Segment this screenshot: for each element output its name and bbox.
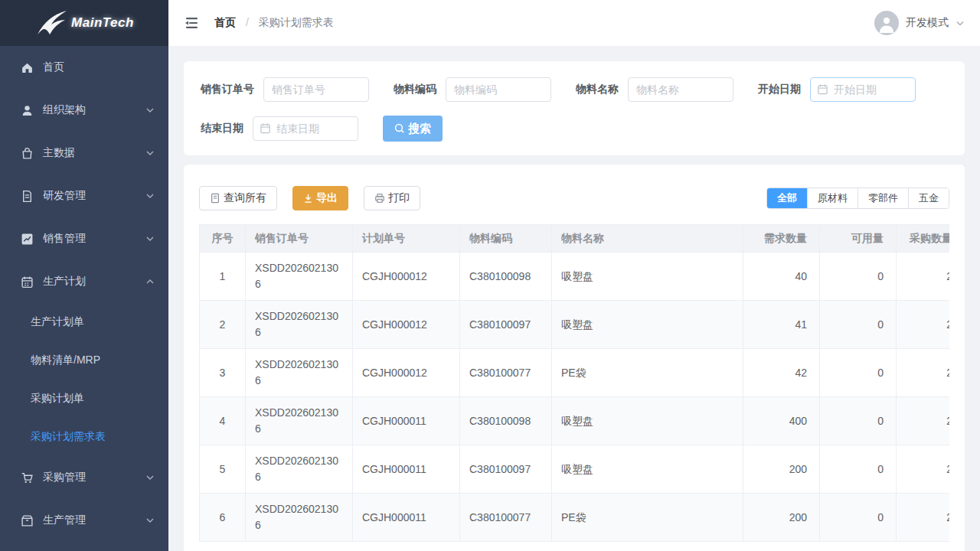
cell-material-name: 吸塑盘	[552, 445, 743, 494]
sidebar-subitem-purchase-plan-order[interactable]: 采购计划单	[0, 380, 168, 418]
table-row[interactable]: 3 XSDD2026021306 CGJH000012 C380100077 P…	[200, 349, 950, 397]
filter-end-date: 结束日期	[201, 116, 358, 142]
filter-label: 开始日期	[758, 83, 801, 96]
export-button[interactable]: 导出	[292, 186, 348, 210]
brand-name: MainTech	[71, 15, 134, 31]
query-all-button[interactable]: 查询所有	[199, 186, 277, 210]
cell-sales-order: XSDD2026021306	[246, 397, 353, 445]
print-button[interactable]: 打印	[364, 186, 420, 210]
cell-purchase-qty: 2	[897, 253, 950, 301]
col-purchase-qty: 采购数量	[897, 225, 950, 253]
cell-available-qty: 0	[820, 349, 897, 397]
sidebar-item-label: 生产计划	[43, 275, 145, 289]
cell-seq: 1	[200, 253, 246, 301]
filter-panel: 销售订单号 物料编码 物料名称 开始日期	[184, 61, 965, 155]
submenu-item-label: 生产计划单	[31, 315, 84, 329]
calendar-icon	[21, 276, 34, 289]
cell-seq: 4	[200, 397, 246, 445]
submenu-item-label: 采购计划单	[31, 392, 84, 406]
tab-parts[interactable]: 零部件	[858, 188, 908, 208]
sidebar-item-purchasing[interactable]: 采购管理	[0, 456, 168, 499]
cell-sales-order: XSDD2026021306	[246, 253, 353, 301]
table-header-row: 序号 销售订单号 计划单号 物料编码 物料名称 需求数量 可用量 采购数量	[200, 225, 950, 253]
cell-material-code: C380100098	[460, 253, 552, 301]
table-row[interactable]: 6 XSDD2026021306 CGJH000011 C380100077 P…	[200, 494, 950, 542]
tab-all[interactable]: 全部	[767, 188, 807, 208]
sidebar-item-manufacturing[interactable]: 生产管理	[0, 499, 168, 542]
sidebar-item-org[interactable]: 组织架构	[0, 89, 168, 132]
sidebar-subitem-production-plan-order[interactable]: 生产计划单	[0, 303, 168, 341]
tab-hardware[interactable]: 五金	[908, 188, 949, 208]
tab-raw-material[interactable]: 原材料	[807, 188, 858, 208]
start-date-input[interactable]	[810, 77, 916, 102]
cell-material-name: PE袋	[552, 349, 743, 397]
cart-icon	[21, 471, 34, 484]
export-label: 导出	[316, 191, 338, 205]
table-toolbar: 查询所有 导出 打印 全部 原材料 零部件 五金	[199, 186, 949, 210]
cell-plan-no: CGJH000012	[353, 253, 460, 301]
search-button[interactable]: 搜索	[383, 116, 443, 142]
query-all-label: 查询所有	[224, 191, 266, 205]
cell-sales-order: XSDD2026021306	[246, 445, 353, 494]
chevron-down-icon	[145, 148, 155, 158]
filter-label: 物料名称	[576, 83, 619, 96]
sidebar-item-production-plan[interactable]: 生产计划	[0, 260, 168, 303]
cell-purchase-qty: 2	[897, 301, 950, 349]
sidebar-subitem-bom-mrp[interactable]: 物料清单/MRP	[0, 341, 168, 380]
cell-available-qty: 0	[820, 301, 897, 349]
cell-plan-no: CGJH000011	[353, 397, 460, 445]
filter-material-name: 物料名称	[576, 77, 733, 102]
menu-fold-icon[interactable]	[184, 15, 201, 31]
sidebar-item-label: 研发管理	[43, 189, 145, 203]
sidebar-item-master-data[interactable]: 主数据	[0, 132, 168, 174]
cell-purchase-qty: 2	[897, 397, 950, 445]
col-plan-no: 计划单号	[353, 225, 460, 253]
col-material-name: 物料名称	[552, 225, 743, 253]
main-area: 首页 / 采购计划需求表 开发模式 销售订单号 物料编码	[168, 0, 980, 551]
home-icon	[21, 61, 34, 74]
printer-icon	[374, 193, 385, 204]
cell-purchase-qty: 2	[897, 445, 950, 494]
material-name-input[interactable]	[628, 77, 733, 102]
data-table-container[interactable]: 序号 销售订单号 计划单号 物料编码 物料名称 需求数量 可用量 采购数量	[199, 224, 949, 542]
table-row[interactable]: 4 XSDD2026021306 CGJH000011 C380100098 吸…	[200, 397, 950, 445]
table-row[interactable]: 1 XSDD2026021306 CGJH000012 C380100098 吸…	[200, 253, 950, 301]
sidebar-nav: 首页 组织架构 主数据 研发管理	[0, 46, 168, 542]
bag-icon	[21, 147, 34, 160]
submenu-item-label: 物料清单/MRP	[31, 354, 100, 367]
table-row[interactable]: 2 XSDD2026021306 CGJH000012 C380100097 吸…	[200, 301, 950, 349]
filter-label: 销售订单号	[201, 83, 254, 96]
sidebar-item-label: 首页	[43, 60, 155, 74]
sidebar-item-label: 采购管理	[43, 471, 145, 484]
top-header: 首页 / 采购计划需求表 开发模式	[168, 0, 980, 46]
document-icon	[21, 190, 34, 203]
cell-plan-no: CGJH000012	[353, 349, 460, 397]
table-row[interactable]: 5 XSDD2026021306 CGJH000011 C380100097 吸…	[200, 445, 950, 494]
avatar	[874, 11, 899, 35]
breadcrumb-home-link[interactable]: 首页	[214, 16, 236, 28]
col-sales-order: 销售订单号	[246, 225, 353, 253]
sidebar-submenu-production-plan: 生产计划单 物料清单/MRP 采购计划单 采购计划需求表	[0, 303, 168, 456]
sidebar-item-rnd[interactable]: 研发管理	[0, 174, 168, 217]
sidebar-item-sales[interactable]: 销售管理	[0, 217, 168, 260]
cell-seq: 5	[200, 445, 246, 494]
breadcrumb-current: 采购计划需求表	[259, 16, 334, 28]
chevron-down-icon	[145, 473, 155, 482]
app-root: MainTech 首页 组织架构 主数据	[0, 0, 980, 551]
cell-available-qty: 0	[820, 494, 897, 542]
filter-material-code: 物料编码	[394, 77, 551, 102]
sales-order-input[interactable]	[263, 77, 369, 102]
sidebar-item-home[interactable]: 首页	[0, 46, 168, 89]
sidebar-subitem-purchase-plan-demand[interactable]: 采购计划需求表	[0, 418, 168, 456]
cell-seq: 6	[200, 494, 246, 542]
cell-sales-order: XSDD2026021306	[246, 494, 353, 542]
data-table: 序号 销售订单号 计划单号 物料编码 物料名称 需求数量 可用量 采购数量	[199, 224, 949, 542]
filter-sales-order: 销售订单号	[201, 77, 369, 102]
search-icon	[394, 123, 405, 134]
user-menu[interactable]: 开发模式	[874, 11, 965, 35]
end-date-input[interactable]	[253, 116, 358, 141]
chevron-down-icon	[145, 516, 155, 525]
cell-available-qty: 0	[820, 445, 897, 494]
material-code-input[interactable]	[446, 77, 551, 102]
user-mode-label: 开发模式	[906, 16, 949, 30]
